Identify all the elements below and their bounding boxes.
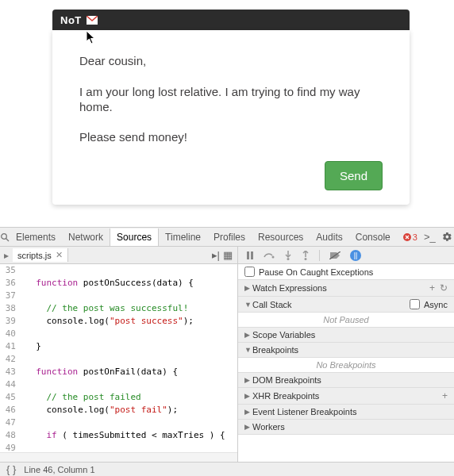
pretty-print-icon[interactable]: { } xyxy=(6,463,16,475)
devtools-toolbar: ElementsNetworkSourcesTimelineProfilesRe… xyxy=(0,228,454,247)
step-out-icon[interactable] xyxy=(302,251,310,260)
overflow-icon[interactable]: ▦ xyxy=(223,249,233,261)
dom-breakpoints-header[interactable]: ▶DOM Breakpoints xyxy=(238,373,454,388)
sources-left-pane: ▸ scripts.js ✕ ▸| ▦ 3536 function postOn… xyxy=(0,247,238,462)
tab-sources[interactable]: Sources xyxy=(110,228,159,246)
tab-elements[interactable]: Elements xyxy=(10,228,62,246)
pause-icon[interactable] xyxy=(246,251,254,259)
scope-variables-header[interactable]: ▶Scope Variables xyxy=(238,328,454,343)
email-line: I am your long lost relative. I am tryin… xyxy=(79,85,383,115)
error-count-value: 3 xyxy=(413,232,417,242)
mail-icon xyxy=(87,16,98,25)
tab-timeline[interactable]: Timeline xyxy=(159,228,207,246)
file-tab-label: scripts.js xyxy=(17,251,52,260)
tab-profiles[interactable]: Profiles xyxy=(207,228,252,246)
tab-console[interactable]: Console xyxy=(349,228,397,246)
sources-right-pane: || Pause On Caught Exceptions ▶Watch Exp… xyxy=(238,247,454,462)
async-checkbox[interactable] xyxy=(410,299,420,309)
step-into-icon[interactable] xyxy=(284,251,292,260)
email-line: Dear cousin, xyxy=(79,54,383,69)
add-xhr-bp-icon[interactable]: + xyxy=(442,390,448,401)
async-label: Async xyxy=(424,300,448,309)
tab-audits[interactable]: Audits xyxy=(310,228,348,246)
svg-line-2 xyxy=(6,238,10,241)
titlebar: NoT xyxy=(52,10,410,30)
file-tab-bar: ▸ scripts.js ✕ ▸| ▦ xyxy=(0,247,237,264)
event-listener-breakpoints-header[interactable]: ▶Event Listener Breakpoints xyxy=(238,405,454,420)
status-bar: { } Line 46, Column 1 xyxy=(0,462,454,476)
watch-expressions-header[interactable]: ▶Watch Expressions + ↻ xyxy=(238,280,454,297)
svg-rect-9 xyxy=(251,251,253,259)
brand-text: NoT xyxy=(60,14,82,26)
deactivate-breakpoints-icon[interactable] xyxy=(329,251,340,259)
no-breakpoints-placeholder: No Breakpoints xyxy=(238,358,454,373)
horizontal-scrollbar[interactable] xyxy=(0,452,237,462)
svg-point-1 xyxy=(2,233,7,239)
navigator-toggle-icon[interactable]: ▸ xyxy=(0,250,13,261)
code-editor[interactable]: 3536 function postOnSuccess(data) {3738 … xyxy=(0,264,237,452)
svg-rect-8 xyxy=(247,251,249,259)
settings-icon[interactable] xyxy=(442,232,452,242)
debugger-toolbar: || xyxy=(238,247,454,264)
pause-on-caught-row[interactable]: Pause On Caught Exceptions xyxy=(238,264,454,280)
tab-network[interactable]: Network xyxy=(62,228,110,246)
email-app: NoT Dear cousin, I am your long lost rel… xyxy=(0,0,454,205)
play-icon[interactable]: ▸| xyxy=(212,249,220,261)
tab-resources[interactable]: Resources xyxy=(252,228,310,246)
step-over-icon[interactable] xyxy=(264,251,275,259)
drawer-icon[interactable]: >_ xyxy=(424,231,436,243)
email-card: Dear cousin, I am your long lost relativ… xyxy=(52,30,410,205)
xhr-breakpoints-header[interactable]: ▶XHR Breakpoints+ xyxy=(238,388,454,405)
not-paused-placeholder: Not Paused xyxy=(238,313,454,328)
svg-point-12 xyxy=(287,258,290,260)
svg-point-14 xyxy=(305,258,307,260)
cursor-position: Line 46, Column 1 xyxy=(24,465,94,474)
pause-on-caught-checkbox[interactable] xyxy=(244,267,255,277)
svg-point-10 xyxy=(272,255,275,258)
workers-header[interactable]: ▶Workers xyxy=(238,420,454,435)
pause-on-exceptions-icon[interactable]: || xyxy=(350,250,361,261)
send-button[interactable]: Send xyxy=(325,161,383,190)
call-stack-header[interactable]: ▼Call Stack Async xyxy=(238,297,454,313)
close-tab-icon[interactable]: ✕ xyxy=(56,250,63,260)
refresh-watch-icon[interactable]: ↻ xyxy=(440,282,448,294)
error-count[interactable]: 3 xyxy=(403,232,417,242)
devtools-tabs: ElementsNetworkSourcesTimelineProfilesRe… xyxy=(10,228,397,246)
devtools: ElementsNetworkSourcesTimelineProfilesRe… xyxy=(0,227,454,476)
add-watch-icon[interactable]: + xyxy=(429,282,435,294)
email-line: Please send money! xyxy=(79,130,383,145)
search-icon[interactable] xyxy=(0,232,10,242)
file-tab[interactable]: scripts.js ✕ xyxy=(13,248,68,262)
pause-on-caught-label: Pause On Caught Exceptions xyxy=(259,267,448,277)
breakpoints-header[interactable]: ▼Breakpoints xyxy=(238,343,454,358)
